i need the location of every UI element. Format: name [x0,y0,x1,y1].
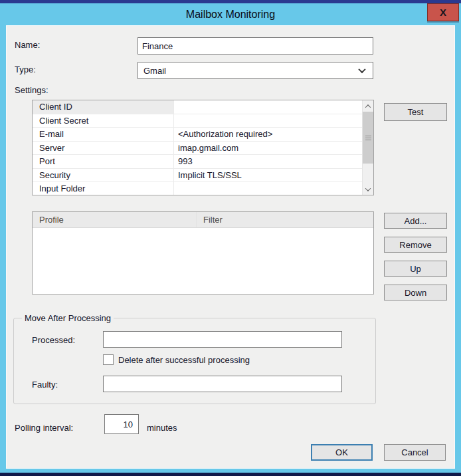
filter-column-header[interactable]: Filter [197,212,373,227]
delete-checkbox-label: Delete after successful processing [118,355,250,365]
settings-row[interactable]: Client ID [33,100,362,114]
setting-value [174,114,362,128]
name-input[interactable] [138,37,373,55]
settings-row[interactable]: SecurityImplicit TLS/SSL [33,169,362,183]
setting-value: <Authorization required> [174,128,362,141]
setting-key: Client Secret [33,114,174,128]
setting-key: Security [33,169,174,182]
close-button[interactable]: X [427,3,459,21]
setting-value: 993 [174,155,362,168]
settings-row[interactable]: Input Folder [33,182,362,195]
chevron-down-icon [358,66,365,73]
window-bottom-border [0,473,461,476]
setting-value [174,100,362,114]
name-label: Name: [15,40,40,50]
type-label: Type: [15,64,36,74]
settings-rows: Client IDClient SecretE-mail<Authorizati… [33,100,362,195]
down-button[interactable]: Down [384,285,447,300]
add-button[interactable]: Add... [384,213,447,229]
settings-row[interactable]: E-mail<Authorization required> [33,128,362,142]
setting-value: Implicit TLS/SSL [174,169,362,182]
faulty-label: Faulty: [32,380,58,390]
delete-checkbox[interactable] [103,354,114,365]
setting-key: Input Folder [33,182,174,195]
settings-row[interactable]: Serverimap.gmail.com [33,142,362,156]
processed-label: Processed: [32,335,75,345]
setting-key: Client ID [33,100,174,114]
close-icon: X [440,7,446,18]
settings-scrollbar[interactable] [362,100,373,195]
ok-button[interactable]: OK [311,444,373,461]
test-button[interactable]: Test [384,103,447,121]
scroll-up-button[interactable] [363,100,373,112]
profiles-body[interactable] [33,228,373,294]
grip-icon [365,138,371,138]
window-title: Mailbox Monitoring [186,9,275,21]
titlebar[interactable]: Mailbox Monitoring [0,3,461,25]
polling-interval-input[interactable] [104,414,139,434]
profile-column-header[interactable]: Profile [33,212,197,227]
dialog-body: Name: Type: Gmail Settings: Client IDCli… [6,25,455,469]
setting-value: imap.gmail.com [174,142,362,155]
settings-row[interactable]: Port993 [33,155,362,169]
scrollbar-thumb[interactable] [363,112,373,164]
faulty-input[interactable] [103,376,342,392]
chevron-down-icon [365,185,371,191]
cancel-button[interactable]: Cancel [384,444,446,461]
setting-key: Server [33,142,174,155]
type-selected-value: Gmail [143,66,166,76]
group-title: Move After Processing [22,313,114,323]
mailbox-monitoring-dialog: Mailbox Monitoring X Name: Type: Gmail S… [0,0,461,476]
type-select[interactable]: Gmail [138,62,373,79]
setting-key: E-mail [33,128,174,141]
settings-table: Client IDClient SecretE-mail<Authorizati… [32,100,374,195]
scroll-down-button[interactable] [363,183,373,195]
settings-row[interactable]: Client Secret [33,114,362,128]
remove-button[interactable]: Remove [384,237,447,253]
setting-key: Port [33,155,174,168]
polling-interval-label: Polling interval: [15,423,73,433]
polling-unit-label: minutes [147,423,177,433]
profiles-header: Profile Filter [33,212,373,228]
processed-input[interactable] [103,331,342,348]
setting-value [174,182,362,195]
settings-label: Settings: [15,85,48,95]
profiles-table: Profile Filter [32,211,374,295]
chevron-up-icon [365,104,371,110]
up-button[interactable]: Up [384,261,447,277]
